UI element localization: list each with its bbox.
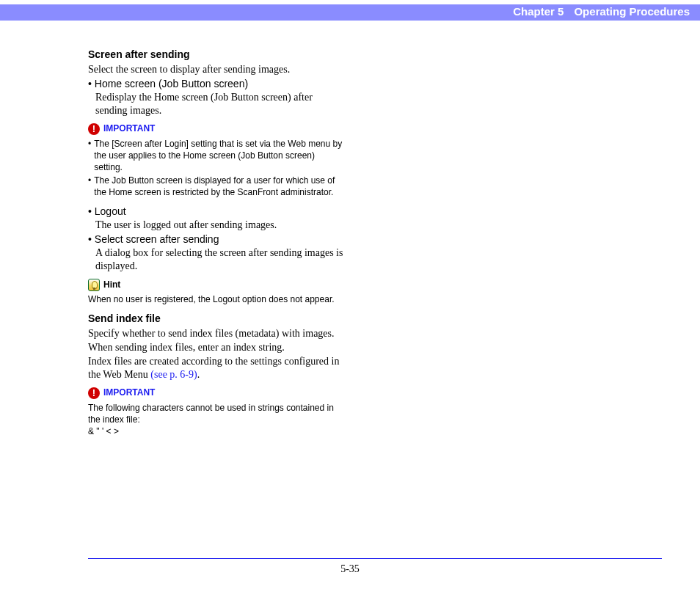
footer-rule xyxy=(88,558,662,559)
bullet-home-screen: • Home screen (Job Button screen) xyxy=(88,78,343,91)
important-line: The following characters cannot be used … xyxy=(88,402,343,425)
intro-text: Select the screen to display after sendi… xyxy=(88,63,343,76)
bullet-label: • Logout xyxy=(88,205,126,217)
body-text: When sending index files, enter an index… xyxy=(88,341,343,354)
header-title: Chapter 5Operating Procedures xyxy=(513,5,690,18)
important-body: The following characters cannot be used … xyxy=(88,402,343,438)
manual-page: { "header": { "chapter": "Chapter 5", "t… xyxy=(0,0,700,600)
content-column: Screen after sending Select the screen t… xyxy=(88,45,343,437)
important-label: IMPORTANT xyxy=(103,123,155,134)
important-callout: ! IMPORTANT xyxy=(88,123,343,135)
chapter-number: Chapter 5 xyxy=(513,5,564,18)
body-text-with-link: Index files are created according to the… xyxy=(88,355,343,381)
important-callout: ! IMPORTANT xyxy=(88,387,343,399)
important-label: IMPORTANT xyxy=(103,387,155,398)
bullet-desc: The user is logged out after sending ima… xyxy=(95,219,343,232)
bullet-label: • Home screen (Job Button screen) xyxy=(88,78,248,89)
important-icon: ! xyxy=(88,387,100,399)
text-post: . xyxy=(197,369,200,380)
page-ref-link[interactable]: (see p. 6-9) xyxy=(150,369,197,380)
important-item: • The Job Button screen is displayed for… xyxy=(88,175,343,198)
bullet-desc: Redisplay the Home screen (Job Button sc… xyxy=(95,91,343,117)
heading-screen-after-sending: Screen after sending xyxy=(88,48,343,62)
page-number: 5-35 xyxy=(0,563,700,575)
bullet-dot: • xyxy=(88,175,91,198)
important-body: • The [Screen after Login] setting that … xyxy=(88,138,343,199)
important-chars: & " ' < > xyxy=(88,425,343,437)
hint-icon xyxy=(88,279,100,291)
bullet-select-screen: • Select screen after sending xyxy=(88,233,343,246)
important-icon: ! xyxy=(88,123,100,135)
bullet-logout: • Logout xyxy=(88,205,343,219)
body-text: Specify whether to send index files (met… xyxy=(88,327,343,340)
chapter-title: Operating Procedures xyxy=(574,5,690,18)
important-text: The [Screen after Login] setting that is… xyxy=(94,138,343,174)
bullet-label: • Select screen after sending xyxy=(88,233,219,245)
text-pre: Index files are created according to the… xyxy=(88,356,339,380)
hint-text: When no user is registered, the Logout o… xyxy=(88,293,343,305)
hint-label: Hint xyxy=(103,279,120,290)
important-text: The Job Button screen is displayed for a… xyxy=(94,175,343,198)
important-item: • The [Screen after Login] setting that … xyxy=(88,138,343,174)
heading-send-index-file: Send index file xyxy=(88,312,343,326)
bullet-desc: A dialog box for selecting the screen af… xyxy=(95,246,343,273)
bullet-dot: • xyxy=(88,138,91,174)
hint-callout: Hint xyxy=(88,279,343,291)
